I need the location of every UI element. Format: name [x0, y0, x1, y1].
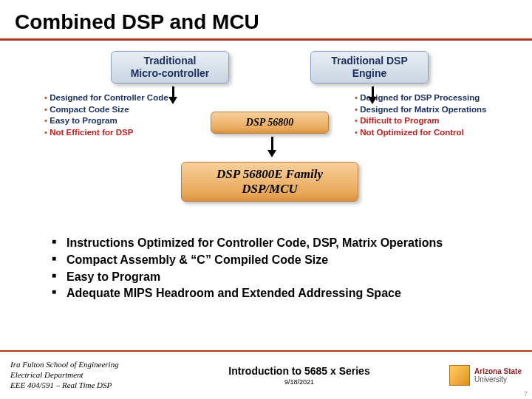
bullet-0: Instructions Optimized for Controller Co… [52, 236, 502, 251]
box-mid-dsp56800: DSP 56800 [211, 112, 329, 134]
box-mcu-line2: Micro-controller [131, 67, 210, 80]
box-family: DSP 56800E Family DSP/MCU [181, 162, 358, 202]
box-mid-label: DSP 56800 [246, 117, 293, 129]
bullet-1: Compact Assembly & “C” Compiled Code Siz… [52, 253, 502, 268]
slide-number: 7 [524, 390, 528, 398]
slide-footer: Ira Fulton School of Engineering Electri… [0, 350, 532, 399]
bullet-2: Easy to Program [52, 270, 502, 285]
box-dsp-line2: Engine [352, 67, 387, 80]
arrow-mid-down [267, 137, 276, 157]
left-feat-3: Not Efficient for DSP [44, 127, 192, 139]
left-feat-1: Compact Code Size [44, 104, 192, 116]
footer-center: Introduction to 5685 x Series 9/18/2021 [173, 365, 426, 386]
footer-school: Ira Fulton School of Engineering [10, 360, 173, 370]
asu-logo-icon [449, 365, 470, 386]
footer-date: 9/18/2021 [173, 378, 426, 386]
footer-course: EEE 404/591 – Real Time DSP [10, 381, 173, 391]
right-feature-list: Designed for DSP Processing Designed for… [355, 92, 510, 138]
right-feat-2: Difficult to Program [355, 115, 510, 127]
box-mcu-line1: Traditional [144, 55, 197, 67]
arrow-left-down [168, 86, 177, 104]
box-family-line2: DSP/MCU [242, 182, 298, 197]
right-feat-0: Designed for DSP Processing [355, 92, 510, 104]
slide-title: Combined DSP and MCU [0, 0, 532, 41]
asu-line2: University [474, 375, 522, 383]
box-family-line1: DSP 56800E Family [216, 167, 323, 182]
diagram-area: Traditional Micro-controller Traditional… [30, 51, 502, 228]
bullet-3: Adequate MIPS Headroom and Extended Addr… [52, 286, 502, 301]
footer-left: Ira Fulton School of Engineering Electri… [10, 360, 173, 390]
arrow-right-down [368, 86, 377, 104]
footer-right: Arizona State University [426, 365, 522, 386]
right-feat-3: Not Optimized for Control [355, 127, 510, 139]
box-dsp: Traditional DSP Engine [310, 51, 429, 83]
footer-dept: Electrical Department [10, 370, 173, 381]
main-bullet-list: Instructions Optimized for Controller Co… [52, 236, 502, 301]
box-dsp-line1: Traditional DSP [331, 55, 407, 67]
right-feat-1: Designed for Matrix Operations [355, 104, 510, 116]
footer-center-title: Introduction to 5685 x Series [173, 365, 426, 377]
left-feat-2: Easy to Program [44, 115, 192, 127]
asu-line1: Arizona State [474, 367, 522, 375]
asu-text: Arizona State University [474, 367, 522, 383]
box-mcu: Traditional Micro-controller [111, 51, 229, 83]
